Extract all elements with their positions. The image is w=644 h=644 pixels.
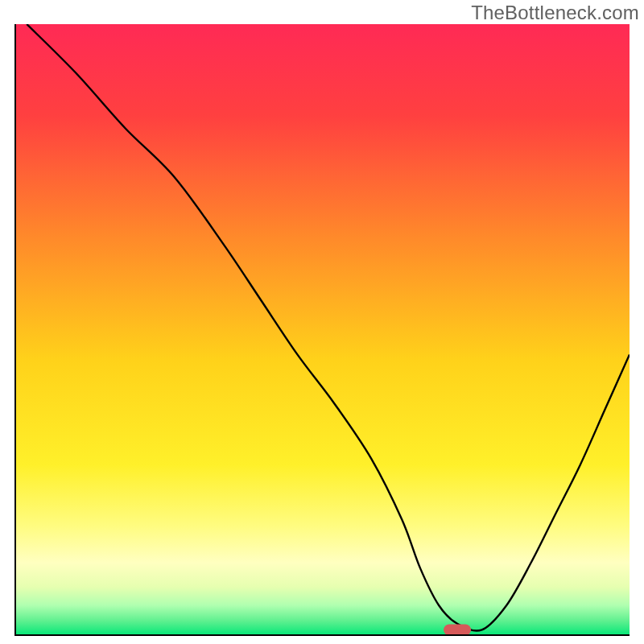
- watermark-text: TheBottleneck.com: [471, 2, 639, 24]
- optimal-marker: [444, 624, 471, 635]
- gradient-background: [14, 24, 630, 636]
- bottleneck-chart: [14, 24, 630, 636]
